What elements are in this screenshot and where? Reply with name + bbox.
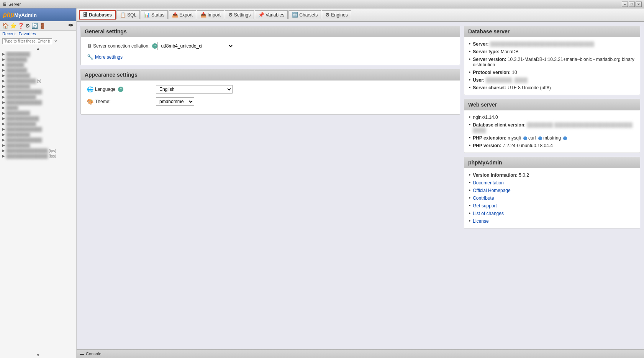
db-server-item: Server: ████████████████████████████████ [469, 40, 635, 48]
db-expand-arrow: ▶ [2, 79, 5, 83]
help-icon[interactable]: ❓ [18, 23, 24, 29]
toolbar-tab-databases[interactable]: 🗄Databases [79, 10, 116, 20]
collation-select[interactable]: utf8mb4_unicode_ci [157, 42, 234, 50]
sidebar-db-item[interactable]: ▶███████ [0, 57, 76, 62]
sidebar-icon-row: 🏠 ⭐ ❓ ⚙ 🔄 🚪 ◀▶ [0, 21, 76, 31]
sidebar-db-item[interactable]: ▶████████ [0, 73, 76, 78]
db-name: ████████ [6, 73, 30, 78]
sidebar-db-item[interactable]: ▶████████ [0, 132, 76, 137]
more-settings-link[interactable]: 🔧 More settings [87, 54, 454, 60]
general-settings-body: 🖥 Server connection collation: ? utf8mb4… [81, 37, 460, 65]
sidebar-db-item[interactable]: ▶████████ [0, 51, 76, 57]
console-bar[interactable]: ▬ Console [77, 349, 644, 358]
logo-myadmin: MyAdmin [14, 12, 37, 18]
sidebar-db-item[interactable]: ▶████████ [0, 110, 76, 116]
more-settings-anchor[interactable]: More settings [95, 54, 123, 60]
web-server-item: nginx/1.14.0 [469, 113, 635, 121]
pma-link-documentation[interactable]: Documentation [473, 180, 504, 186]
php-ext-text: PHP extension: mysqli curl mbstring [473, 135, 567, 141]
bookmark-icon[interactable]: ⭐ [10, 23, 16, 29]
pma-list-item: Version information: 5.0.2 [469, 171, 635, 179]
sidebar-toggle[interactable]: ◀▶ [68, 23, 74, 29]
db-name: ██████████████ [6, 148, 48, 153]
sidebar-db-item[interactable]: ▶████████████ [0, 126, 76, 132]
pma-list-item: Documentation [469, 179, 635, 187]
db-server-item: Server version: 10.3.21-MariaDB-1:10.3.2… [469, 56, 635, 69]
nginx-label: nginx/1.14.0 [473, 115, 498, 120]
recent-link[interactable]: Recent [2, 31, 16, 36]
pma-link-get-support[interactable]: Get support [473, 203, 497, 209]
import-toolbar-icon: 📥 [200, 12, 206, 18]
toolbar-tab-status[interactable]: 📊Status [141, 10, 168, 19]
web-server-header: Web server [464, 99, 640, 110]
sidebar-db-item[interactable]: ▶████████ [0, 143, 76, 148]
db-server-item-text: Protocol version: 10 [473, 70, 517, 75]
db-expand-arrow: ▶ [2, 84, 5, 88]
sidebar-db-item[interactable]: ▶██████████ [0, 94, 76, 100]
sidebar-db-item[interactable]: ▶██████████████(ips) [0, 153, 76, 159]
toolbar-tab-settings[interactable]: ⚙Settings [225, 10, 254, 19]
toolbar-tab-import[interactable]: 📥Import [197, 10, 224, 19]
logout-icon[interactable]: 🚪 [39, 23, 46, 29]
db-expand-arrow: ▶ [2, 106, 5, 110]
db-server-item: Server type: MariaDB [469, 48, 635, 56]
refresh-icon[interactable]: 🔄 [31, 23, 38, 29]
sidebar-scroll-up[interactable]: ▲ [0, 46, 76, 51]
theme-select[interactable]: pmahomme [156, 97, 194, 106]
db-name: ███████████ [6, 116, 39, 121]
pma-list-item: Contribute [469, 194, 635, 202]
sidebar-db-item[interactable]: ▶███████ [0, 67, 76, 73]
collation-help-icon[interactable]: ? [152, 43, 157, 49]
sidebar-db-item[interactable]: ▶████████ [0, 84, 76, 89]
close-button[interactable]: ✕ [636, 2, 642, 7]
sidebar-db-item[interactable]: ▶██████ [0, 62, 76, 67]
db-name: ████████████ [6, 100, 42, 105]
sidebar-scroll-down[interactable]: ▼ [0, 352, 76, 358]
sidebar-db-item[interactable]: ▶████ [0, 105, 76, 110]
db-expand-arrow: ▶ [2, 143, 5, 147]
db-name: ██████ [6, 62, 24, 67]
db-client-text: Database client version: ████████ ██████… [473, 122, 635, 133]
toolbar-tab-engines[interactable]: ⚙Engines [322, 10, 351, 19]
language-select[interactable]: English [156, 85, 233, 94]
maximize-button[interactable]: □ [629, 2, 635, 7]
db-expand-arrow: ▶ [2, 57, 5, 61]
db-name: ████████ [6, 111, 30, 115]
db-expand-arrow: ▶ [2, 122, 5, 126]
console-icon: ▬ [80, 351, 84, 356]
toolbar-tab-sql[interactable]: 📋SQL [116, 10, 140, 19]
favorites-link[interactable]: Favorites [19, 31, 36, 36]
sidebar-filter-input[interactable] [2, 38, 52, 44]
pma-link-contribute[interactable]: Contribute [473, 195, 494, 201]
title-bar-controls: − □ ✕ [622, 2, 642, 7]
toolbar-tab-variables[interactable]: 📌Variables [255, 10, 288, 19]
toolbar-tab-charsets[interactable]: 🔤Charsets [288, 10, 321, 19]
db-name: ████ [6, 105, 18, 110]
sidebar-db-list: ▶████████▶███████▶██████▶███████▶███████… [0, 51, 76, 352]
sidebar-db-item[interactable]: ▶███████████ [0, 116, 76, 121]
home-icon[interactable]: 🏠 [2, 23, 9, 29]
minimize-button[interactable]: − [622, 2, 628, 7]
language-help-icon[interactable]: ? [118, 87, 123, 92]
phpmyadmin-panel: phpMyAdmin Version information: 5.0.2Doc… [464, 157, 640, 228]
toolbar-tab-export[interactable]: 📤Export [169, 10, 196, 19]
db-name: ██████████ [6, 95, 36, 99]
sidebar-db-item[interactable]: ▶██████████(s) [0, 78, 76, 84]
settings-icon[interactable]: ⚙ [25, 23, 30, 29]
pma-link-license[interactable]: License [473, 218, 488, 224]
sidebar-header: phpMyAdmin [0, 8, 76, 21]
sidebar-db-item[interactable]: ▶██████████████(ips) [0, 148, 76, 153]
sidebar-filter-clear[interactable]: ✕ [54, 39, 57, 43]
web-server-list: nginx/1.14.0Database client version: ███… [464, 110, 640, 153]
export-toolbar-icon: 📤 [172, 12, 178, 18]
sidebar-db-item[interactable]: ▶██████████ [0, 121, 76, 126]
pma-link-list-of-changes[interactable]: List of changes [473, 211, 504, 216]
sidebar-db-item[interactable]: ▶████████████ [0, 137, 76, 143]
db-server-item: Protocol version: 10 [469, 69, 635, 76]
web-server-item: Database client version: ████████ ██████… [469, 121, 635, 134]
db-expand-arrow: ▶ [2, 133, 5, 136]
sidebar-db-item[interactable]: ▶████████████ [0, 89, 76, 94]
sidebar-db-item[interactable]: ▶████████████ [0, 100, 76, 105]
db-expand-arrow: ▶ [2, 127, 5, 131]
pma-link-official-homepage[interactable]: Official Homepage [473, 188, 511, 193]
